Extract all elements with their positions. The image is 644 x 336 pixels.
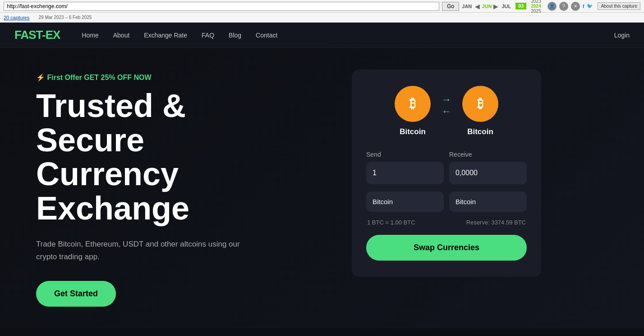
from-bitcoin-logo: ₿ [403, 94, 423, 114]
hero-title-line3: Currency [36, 156, 179, 192]
nav-exchange-rate[interactable]: Exchange Rate [144, 32, 187, 39]
wayback-close-icon[interactable]: ✕ [571, 2, 580, 11]
from-coin-item: ₿ Bitcoin [395, 86, 431, 136]
reserve-text: Reserve: 3374.59 BTC [466, 219, 526, 226]
wayback-month-jan: JAN [462, 4, 472, 9]
exchange-input-fields: Send Receive [366, 151, 527, 184]
nav-blog[interactable]: Blog [229, 32, 241, 39]
hero-subtitle: Trade Bitcoin, Ethereum, USDT and other … [36, 238, 262, 262]
wayback-prev-arrow[interactable]: ◀ [475, 3, 480, 10]
wayback-year-2025: 2025 [531, 9, 541, 14]
wayback-toolbar: Go JAN ◀ JUN ▶ JUL 03 2023 2024 2025 👤 ?… [0, 0, 644, 13]
send-label: Send [366, 151, 444, 158]
captures-link[interactable]: 20 captures [4, 15, 29, 20]
rate-text: 1 BTC = 1.00 BTC [367, 219, 415, 226]
exchange-currency-selects: Bitcoin Bitcoin [366, 191, 527, 212]
svg-text:₿: ₿ [409, 97, 416, 111]
svg-text:₿: ₿ [477, 97, 483, 111]
site-logo: FAST-EX [14, 28, 60, 42]
captures-bar: 20 captures 29 Mar 2023 – 6 Feb 2025 [0, 13, 644, 23]
wayback-active-day: 03 [515, 3, 526, 9]
captures-date-range: 29 Mar 2023 – 6 Feb 2025 [38, 15, 92, 20]
hero-offer-text: ⚡ First Offer GET 25% OFF NOW [36, 73, 334, 82]
swap-currencies-button[interactable]: Swap Currencies [366, 235, 527, 261]
from-coin-circle[interactable]: ₿ [395, 86, 431, 122]
to-coin-name: Bitcoin [467, 127, 493, 136]
send-amount-input[interactable] [366, 162, 444, 184]
wayback-user-icon[interactable]: 👤 [547, 2, 557, 11]
wayback-date-block: 03 [515, 3, 526, 9]
from-coin-name: Bitcoin [400, 127, 426, 136]
from-currency-group: Bitcoin [366, 191, 444, 212]
right-arrow-icon: → [442, 95, 451, 105]
nav-home[interactable]: Home [82, 32, 98, 39]
wayback-facebook-icon[interactable]: f [583, 4, 584, 9]
to-currency-group: Bitcoin [449, 191, 527, 212]
to-coin-circle[interactable]: ₿ [462, 86, 498, 122]
site-nav-links: Home About Exchange Rate FAQ Blog Contac… [82, 31, 614, 39]
get-started-button[interactable]: Get Started [36, 281, 116, 307]
wayback-url-input[interactable] [4, 2, 439, 11]
hero-title-line4: Exchange [36, 190, 189, 226]
receive-label: Receive [449, 151, 527, 158]
exchange-widget: ₿ Bitcoin → ← ₿ Bitcoin [352, 70, 541, 277]
exchange-coins-row: ₿ Bitcoin → ← ₿ Bitcoin [366, 86, 527, 136]
wayback-year-2023: 2023 [531, 0, 541, 4]
wayback-years: 2023 2024 2025 [531, 0, 541, 14]
wayback-active-month: JUN [482, 4, 492, 9]
wayback-calendar-nav: JAN ◀ JUN ▶ JUL [462, 3, 511, 10]
left-arrow-icon: ← [442, 107, 451, 117]
wayback-icons-group: 👤 ? ✕ f 🐦 [547, 2, 593, 11]
exchange-rate-row: 1 BTC = 1.00 BTC Reserve: 3374.59 BTC [366, 219, 527, 226]
login-button[interactable]: Login [614, 32, 630, 39]
hero-title-line1: Trusted & [36, 88, 186, 124]
nav-faq[interactable]: FAQ [202, 32, 214, 39]
site-navbar: FAST-EX Home About Exchange Rate FAQ Blo… [0, 23, 644, 48]
logo-ex: -EX [42, 28, 60, 42]
wayback-year-2024: 2024 [531, 4, 541, 9]
to-coin-item: ₿ Bitcoin [462, 86, 498, 136]
wayback-help-icon[interactable]: ? [559, 2, 568, 11]
wayback-twitter-icon[interactable]: 🐦 [587, 3, 593, 9]
to-currency-select[interactable]: Bitcoin [449, 191, 527, 212]
wayback-next-arrow[interactable]: ▶ [493, 3, 498, 10]
logo-fast: FAST [14, 28, 42, 42]
to-bitcoin-logo: ₿ [470, 94, 490, 114]
receive-field-group: Receive [449, 151, 527, 184]
nav-contact[interactable]: Contact [256, 32, 277, 39]
hero-section: ⚡ First Offer GET 25% OFF NOW Trusted & … [0, 48, 644, 328]
from-currency-select[interactable]: Bitcoin [366, 191, 444, 212]
nav-about[interactable]: About [113, 32, 130, 39]
hero-title-line2: Secure [36, 122, 144, 158]
receive-amount-input[interactable] [449, 162, 527, 184]
wayback-month-jul: JUL [501, 4, 511, 9]
send-field-group: Send [366, 151, 444, 184]
hero-left-content: ⚡ First Offer GET 25% OFF NOW Trusted & … [36, 70, 334, 307]
wayback-go-button[interactable]: Go [442, 2, 459, 11]
about-capture-button[interactable]: About this capture [598, 2, 640, 10]
swap-arrows-icon: → ← [442, 95, 451, 117]
hero-title: Trusted & Secure Currency Exchange [36, 89, 334, 225]
